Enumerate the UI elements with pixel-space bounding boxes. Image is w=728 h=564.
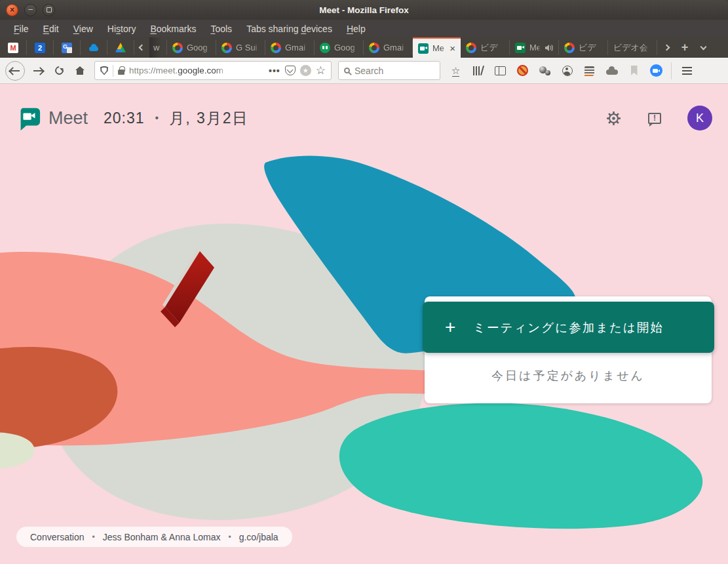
page-actions-icon[interactable] bbox=[269, 66, 280, 76]
tab-gmail[interactable]: Gmai bbox=[265, 37, 314, 58]
account-glyph bbox=[562, 66, 573, 76]
feedback-icon[interactable] bbox=[648, 113, 661, 124]
sidebar-glyph bbox=[495, 66, 506, 75]
tab-overflow-stub[interactable]: w bbox=[149, 37, 166, 58]
join-button-label: ミーティングに参加または開始 bbox=[473, 319, 664, 336]
pinned-tab-calendar[interactable]: 2 bbox=[27, 37, 53, 58]
activity-star-icon[interactable] bbox=[300, 65, 311, 76]
menu-view[interactable]: View bbox=[66, 21, 100, 37]
spheres-extension-icon[interactable] bbox=[539, 64, 551, 77]
meet-logo[interactable] bbox=[16, 106, 41, 131]
current-date: 月, 3月2日 bbox=[169, 108, 248, 129]
bookmark-star-panel-icon[interactable] bbox=[450, 64, 462, 77]
new-tab-button[interactable] bbox=[676, 37, 694, 58]
minimize-window-icon[interactable] bbox=[24, 4, 37, 16]
calendar-icon: 2 bbox=[35, 43, 45, 53]
tab-video-meeting-2[interactable]: ビデ bbox=[559, 37, 607, 58]
navigation-toolbar: https://meet.google.com bbox=[0, 58, 728, 84]
tab-google-hangouts[interactable]: Goog bbox=[315, 37, 363, 58]
menu-edit[interactable]: Edit bbox=[36, 21, 66, 37]
sidebar-icon[interactable] bbox=[494, 64, 507, 77]
account-icon[interactable] bbox=[561, 64, 573, 77]
url-text[interactable]: https://meet.google.com bbox=[129, 66, 229, 75]
back-button[interactable] bbox=[5, 61, 25, 81]
open-menu-button[interactable] bbox=[677, 61, 697, 81]
cloud-glyph bbox=[89, 47, 98, 51]
search-bar[interactable] bbox=[338, 61, 440, 80]
menu-tabs-sharing-devices[interactable]: Tabs sharing devices bbox=[239, 21, 339, 37]
google-favicon bbox=[564, 43, 575, 53]
divider bbox=[671, 62, 672, 79]
tab-gmail-2[interactable]: Gmai bbox=[364, 37, 412, 58]
menu-file[interactable]: File bbox=[7, 21, 36, 37]
close-window-icon[interactable] bbox=[6, 4, 18, 16]
meet-favicon bbox=[418, 43, 429, 54]
join-or-start-meeting-button[interactable]: + ミーティングに参加または開始 bbox=[423, 302, 714, 353]
tab-audio-playing-icon[interactable] bbox=[545, 44, 553, 52]
tab-video-meeting-1[interactable]: ビデ bbox=[461, 37, 509, 58]
tracking-protection-shield-icon[interactable] bbox=[100, 66, 108, 75]
library-icon[interactable] bbox=[472, 64, 484, 77]
forward-button[interactable] bbox=[29, 61, 47, 81]
flag-glyph bbox=[631, 66, 638, 75]
library-glyph bbox=[472, 66, 484, 76]
pinned-tab-onedrive[interactable] bbox=[81, 37, 107, 58]
list-all-tabs-button[interactable] bbox=[694, 37, 712, 58]
artwork-caption: Conversation • Jess Bonham & Anna Lomax … bbox=[16, 527, 292, 547]
toolbar-extensions bbox=[450, 64, 662, 77]
tab-gsuite[interactable]: G Sui bbox=[216, 37, 265, 58]
noscript-glyph bbox=[517, 65, 528, 76]
menu-history[interactable]: History bbox=[100, 21, 144, 37]
menu-help[interactable]: Help bbox=[339, 21, 373, 37]
star-panel-glyph bbox=[451, 66, 460, 75]
zoom-video-extension-icon[interactable] bbox=[650, 64, 662, 77]
bookmark-flag-disabled-icon[interactable] bbox=[628, 64, 640, 77]
maximize-window-icon[interactable] bbox=[43, 4, 55, 16]
gmail-icon bbox=[8, 43, 18, 53]
drive-icon bbox=[115, 43, 126, 53]
meet-page: Meet 20:31 • 月, 3月2日 K bbox=[0, 84, 728, 564]
scroll-tabs-right-button[interactable] bbox=[657, 37, 676, 58]
no-meetings-text: 今日は予定がありません bbox=[425, 353, 712, 399]
home-button[interactable] bbox=[71, 61, 89, 81]
tab-meet-active[interactable]: Me bbox=[413, 37, 461, 58]
plus-icon: + bbox=[445, 317, 455, 338]
noscript-extension-icon[interactable] bbox=[516, 64, 529, 77]
menu-bookmarks[interactable]: Bookmarks bbox=[143, 21, 203, 37]
title-bar: Meet - Mozilla Firefox bbox=[0, 0, 728, 20]
chevron-right-icon bbox=[663, 45, 670, 51]
window-title: Meet - Mozilla Firefox bbox=[0, 5, 728, 15]
https-lock-icon[interactable] bbox=[118, 70, 125, 75]
hangouts-favicon bbox=[320, 43, 330, 53]
account-avatar[interactable]: K bbox=[687, 106, 712, 131]
pinned-tab-drive[interactable] bbox=[107, 37, 134, 58]
containers-extension-icon[interactable] bbox=[583, 64, 596, 77]
search-input[interactable] bbox=[354, 66, 434, 76]
cloud-sync-icon[interactable] bbox=[605, 64, 618, 77]
search-icon bbox=[344, 68, 350, 73]
caption-link[interactable]: g.co/jbala bbox=[239, 532, 278, 542]
menu-bar: File Edit View History Bookmarks Tools T… bbox=[0, 20, 728, 37]
reload-button[interactable] bbox=[50, 61, 68, 81]
google-favicon bbox=[172, 43, 183, 53]
tab-video-meeting-3[interactable]: ビデオ会 bbox=[608, 37, 657, 58]
clock-time: 20:31 bbox=[104, 110, 145, 127]
settings-gear-icon[interactable] bbox=[605, 110, 622, 127]
pinned-tab-gmail[interactable] bbox=[0, 37, 26, 58]
pinned-tab-translate[interactable] bbox=[54, 37, 80, 58]
video-camera-glyph bbox=[650, 64, 662, 77]
menu-tools[interactable]: Tools bbox=[203, 21, 239, 37]
scroll-tabs-left-button[interactable] bbox=[134, 37, 149, 58]
back-arrow-icon bbox=[10, 70, 20, 71]
tab-google[interactable]: Goog bbox=[167, 37, 216, 58]
home-icon bbox=[75, 66, 85, 75]
google-favicon bbox=[369, 43, 379, 53]
tab-meet-audio[interactable]: Me bbox=[510, 37, 558, 58]
chevron-left-icon bbox=[139, 45, 145, 51]
cloud-glyph bbox=[606, 66, 618, 75]
separator-dot: • bbox=[228, 533, 231, 542]
url-bar[interactable]: https://meet.google.com bbox=[94, 61, 332, 80]
pocket-icon[interactable] bbox=[285, 66, 296, 75]
close-tab-icon[interactable] bbox=[450, 43, 455, 53]
bookmark-star-icon[interactable] bbox=[316, 65, 326, 76]
